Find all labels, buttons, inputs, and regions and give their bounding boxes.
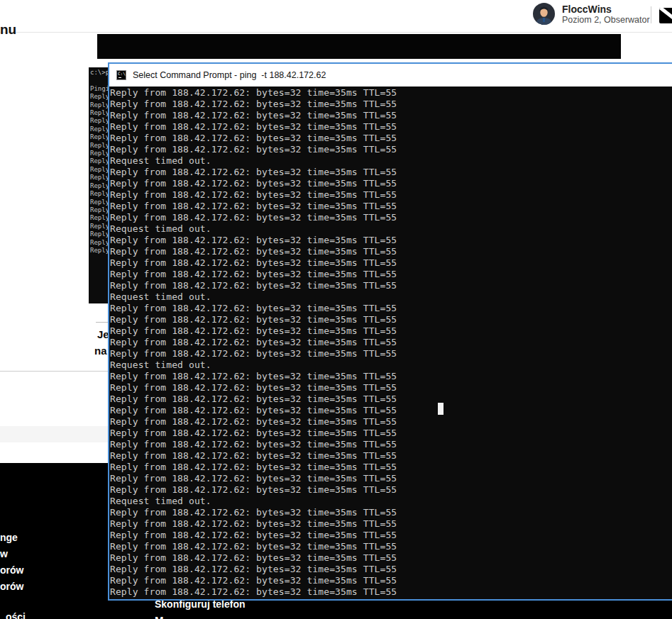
user-avatar[interactable] — [533, 3, 555, 25]
console-line: Reply from 188.42.172.62: bytes=32 time=… — [110, 394, 672, 405]
console-line: Reply from 188.42.172.62: bytes=32 time=… — [110, 382, 672, 394]
console-line: Reply from 188.42.172.62: bytes=32 time=… — [110, 269, 672, 280]
envelope-icon[interactable] — [659, 8, 672, 23]
console-line: Reply from 188.42.172.62: bytes=32 time=… — [110, 462, 672, 473]
page-header: nu FloccWins Poziom 2, Obserwator — [0, 0, 672, 33]
black-banner — [97, 34, 621, 59]
footer-partial-link[interactable]: M — [155, 614, 164, 619]
console-line: Reply from 188.42.172.62: bytes=32 time=… — [110, 450, 672, 462]
user-subtitle: Poziom 2, Obserwator — [562, 15, 650, 25]
console-line: Reply from 188.42.172.62: bytes=32 time=… — [110, 439, 672, 450]
console-line: Reply from 188.42.172.62: bytes=32 time=… — [110, 484, 672, 496]
window-title: Select Command Prompt - ping -t 188.42.1… — [133, 70, 326, 80]
console-line: Reply from 188.42.172.62: bytes=32 time=… — [110, 371, 672, 382]
console-line: Reply from 188.42.172.62: bytes=32 time=… — [110, 518, 672, 530]
footer-links: ngeworóworów — [0, 532, 23, 598]
footer-link[interactable]: nge — [0, 532, 23, 542]
console-line: Reply from 188.42.172.62: bytes=32 time=… — [110, 246, 672, 257]
console-line: Reply from 188.42.172.62: bytes=32 time=… — [110, 575, 672, 586]
divider-short — [96, 322, 108, 323]
console-line: Reply from 188.42.172.62: bytes=32 time=… — [110, 337, 672, 348]
console-line: Reply from 188.42.172.62: bytes=32 time=… — [110, 564, 672, 575]
console-line: Request timed out. — [110, 155, 672, 167]
console-line: Request timed out. — [110, 359, 672, 371]
console-output[interactable]: Reply from 188.42.172.62: bytes=32 time=… — [109, 87, 672, 599]
console-line: Reply from 188.42.172.62: bytes=32 time=… — [110, 586, 672, 598]
command-prompt-window[interactable]: C:\ Select Command Prompt - ping -t 188.… — [108, 62, 672, 601]
selection-cursor — [438, 403, 444, 415]
console-line: Reply from 188.42.172.62: bytes=32 time=… — [110, 428, 672, 439]
console-line: Reply from 188.42.172.62: bytes=32 time=… — [110, 416, 672, 428]
console-line: Reply from 188.42.172.62: bytes=32 time=… — [110, 257, 672, 269]
console-line: Reply from 188.42.172.62: bytes=32 time=… — [110, 110, 672, 121]
console-line: Request timed out. — [110, 223, 672, 235]
console-line: Reply from 188.42.172.62: bytes=32 time=… — [110, 280, 672, 291]
console-line: Reply from 188.42.172.62: bytes=32 time=… — [110, 99, 672, 110]
console-line: Reply from 188.42.172.62: bytes=32 time=… — [110, 541, 672, 552]
footer-link[interactable]: orów — [0, 581, 23, 591]
console-line: Reply from 188.42.172.62: bytes=32 time=… — [110, 212, 672, 223]
cmd-icon: C:\ — [116, 70, 126, 80]
header-divider — [651, 6, 651, 23]
footer-link[interactable]: w — [0, 549, 23, 559]
console-line: Reply from 188.42.172.62: bytes=32 time=… — [110, 314, 672, 325]
console-line: Request timed out. — [110, 496, 672, 507]
console-line: Reply from 188.42.172.62: bytes=32 time=… — [110, 473, 672, 484]
console-line: Reply from 188.42.172.62: bytes=32 time=… — [110, 121, 672, 133]
console-line: Reply from 188.42.172.62: bytes=32 time=… — [110, 167, 672, 178]
console-line: Reply from 188.42.172.62: bytes=32 time=… — [110, 235, 672, 246]
console-line: Reply from 188.42.172.62: bytes=32 time=… — [110, 133, 672, 144]
console-line: Reply from 188.42.172.62: bytes=32 time=… — [110, 201, 672, 212]
console-line: Request timed out. — [110, 291, 672, 303]
console-line: Reply from 188.42.172.62: bytes=32 time=… — [110, 189, 672, 201]
console-lines: Reply from 188.42.172.62: bytes=32 time=… — [110, 87, 672, 598]
console-line: Reply from 188.42.172.62: bytes=32 time=… — [110, 530, 672, 541]
user-name[interactable]: FloccWins — [562, 4, 612, 15]
console-line: Reply from 188.42.172.62: bytes=32 time=… — [110, 348, 672, 359]
console-line: Reply from 188.42.172.62: bytes=32 time=… — [110, 144, 672, 155]
window-titlebar[interactable]: C:\ Select Command Prompt - ping -t 188.… — [109, 64, 672, 87]
console-line: Reply from 188.42.172.62: bytes=32 time=… — [110, 178, 672, 189]
console-line: Reply from 188.42.172.62: bytes=32 time=… — [110, 325, 672, 337]
footer-text-fragment: ości — [6, 611, 26, 619]
console-line: Reply from 188.42.172.62: bytes=32 time=… — [110, 87, 672, 99]
menu-label-fragment[interactable]: nu — [0, 22, 16, 38]
console-line: Reply from 188.42.172.62: bytes=32 time=… — [110, 552, 672, 564]
console-line: Reply from 188.42.172.62: bytes=32 time=… — [110, 405, 672, 416]
content-text-fragment-2: na — [94, 345, 107, 357]
console-line: Reply from 188.42.172.62: bytes=32 time=… — [110, 303, 672, 314]
screen: nu FloccWins Poziom 2, Obserwator Je na … — [0, 0, 672, 619]
console-line: Reply from 188.42.172.62: bytes=32 time=… — [110, 507, 672, 518]
footer-link[interactable]: orów — [0, 565, 23, 575]
